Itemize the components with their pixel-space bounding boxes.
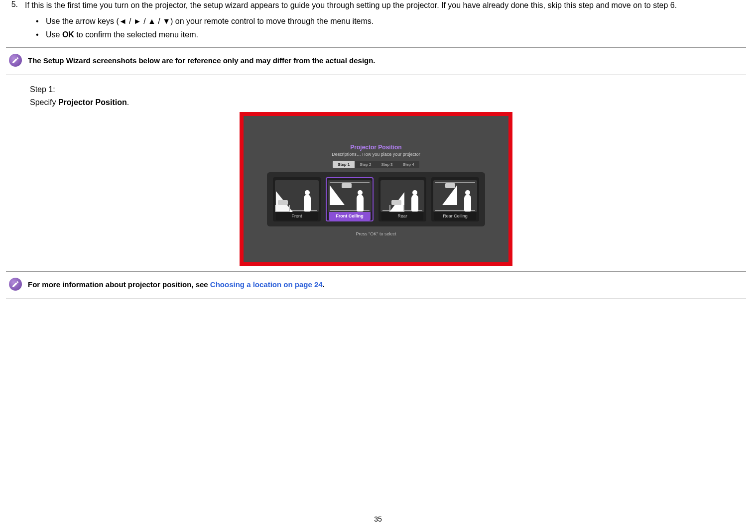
note-see-location: For more information about projector pos… — [6, 276, 746, 294]
card-rear-ceiling: Rear Ceiling — [431, 177, 479, 221]
pencil-icon — [9, 54, 22, 67]
step5-text: If this is the first time you turn on th… — [25, 0, 746, 11]
position-cards: Front Front Ceiling — [267, 172, 485, 226]
divider — [6, 75, 746, 75]
card-front: Front — [273, 177, 321, 221]
step1-label: Step 1: — [30, 85, 746, 94]
wizard-tab-step3: Step 3 — [376, 161, 397, 168]
divider — [6, 47, 746, 48]
divider — [6, 299, 746, 299]
wizard-hint: Press "OK" to select — [356, 231, 396, 236]
list-number: 5. — [6, 0, 18, 42]
setup-wizard-screenshot: Projector Position Descriptions… How you… — [240, 112, 512, 266]
note-reference-design: The Setup Wizard screenshots below are f… — [6, 52, 746, 70]
pencil-icon — [9, 278, 22, 291]
step1-desc: Specify Projector Position. — [30, 98, 746, 107]
divider — [6, 271, 746, 272]
wizard-tab-step4: Step 4 — [398, 161, 419, 168]
wizard-title: Projector Position — [350, 144, 401, 151]
bullet-arrow-keys: Use the arrow keys (◄ / ► / ▲ / ▼) on yo… — [36, 16, 746, 27]
bullet-ok-confirm: Use OK to confirm the selected menu item… — [36, 29, 746, 40]
note-text: The Setup Wizard screenshots below are f… — [28, 56, 376, 65]
card-front-ceiling: Front Ceiling — [326, 177, 374, 221]
wizard-tab-step2: Step 2 — [355, 161, 376, 168]
wizard-desc: Descriptions… How you place your project… — [332, 152, 420, 157]
link-choosing-location[interactable]: Choosing a location on page 24 — [210, 280, 323, 289]
page-number: 35 — [374, 515, 382, 523]
wizard-tab-step1: Step 1 — [333, 161, 355, 168]
card-rear: Rear — [378, 177, 426, 221]
wizard-step-tabs: Step 1 Step 2 Step 3 Step 4 — [333, 161, 419, 168]
note-text: For more information about projector pos… — [28, 280, 325, 289]
